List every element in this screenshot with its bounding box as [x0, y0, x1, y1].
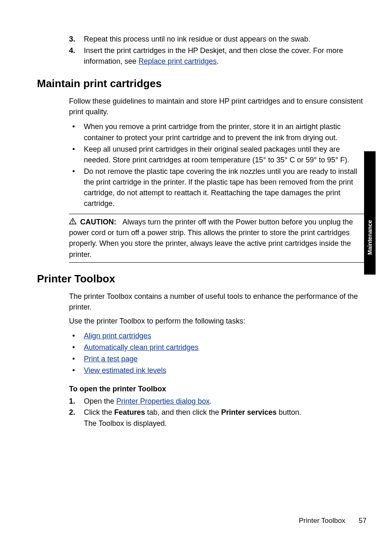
bullet-item: Do not remove the plastic tape covering …: [69, 166, 367, 209]
step-text-part: .: [217, 57, 219, 65]
link-test-page[interactable]: Print a test page: [84, 355, 138, 363]
maintain-bullets: When you remove a print cartridge from t…: [69, 121, 367, 209]
para: Use the printer Toolbox to perform the f…: [69, 316, 367, 326]
step-number: 1.: [69, 396, 75, 407]
step-4: 4. Insert the print cartridges in the HP…: [69, 45, 367, 67]
step-number: 4.: [69, 45, 75, 56]
caution-icon: [69, 217, 76, 227]
step-2: 2. Click the Features tab, and then clic…: [69, 407, 367, 429]
open-toolbox-steps: 1. Open the Printer Properties dialog bo…: [69, 396, 367, 429]
intro-text: Follow these guidelines to maintain and …: [69, 96, 367, 117]
bold-features: Features: [114, 408, 145, 416]
step-text-part: Open the: [84, 397, 116, 405]
step-3: 3. Repeat this process until no ink resi…: [69, 34, 367, 44]
link-ink-levels[interactable]: View estimated ink levels: [84, 366, 166, 374]
continued-steps-list: 3. Repeat this process until no ink resi…: [69, 34, 367, 67]
bold-printer-services: Printer services: [221, 408, 277, 416]
link-printer-properties[interactable]: Printer Properties dialog box: [116, 397, 210, 405]
page-number: 57: [359, 517, 367, 525]
step-result: The Toolbox is displayed.: [84, 418, 367, 429]
heading-maintain-cartridges: Maintain print cartridges: [37, 77, 367, 90]
step-text-part: .: [210, 397, 212, 405]
footer-title: Printer Toolbox: [299, 517, 345, 525]
toolbox-links: Align print cartridges Automatically cle…: [69, 330, 367, 376]
link-clean-cartridges[interactable]: Automatically clean print cartridges: [84, 343, 198, 351]
step-text: Repeat this process until no ink residue…: [84, 35, 310, 43]
subhead-open-toolbox: To open the printer Toolbox: [69, 385, 367, 393]
side-tab-label: Maintenance: [367, 222, 373, 255]
step-number: 3.: [69, 34, 75, 44]
svg-point-1: [72, 223, 73, 224]
heading-printer-toolbox: Printer Toolbox: [37, 273, 367, 285]
step-text-part: Click the: [84, 408, 114, 416]
document-page: 3. Repeat this process until no ink resi…: [0, 0, 392, 446]
step-1: 1. Open the Printer Properties dialog bo…: [69, 396, 367, 407]
para: The printer Toolbox contains a number of…: [69, 291, 367, 312]
step-text-part: tab, and then click the: [145, 408, 221, 416]
step-text-part: button.: [277, 408, 301, 416]
page-footer: Printer Toolbox 57: [299, 517, 367, 525]
list-item: Print a test page: [69, 354, 367, 364]
intro-block: Follow these guidelines to maintain and …: [69, 96, 367, 117]
bullet-item: Keep all unused print cartridges in thei…: [69, 144, 367, 165]
side-tab: Maintenance: [364, 151, 376, 275]
list-item: Align print cartridges: [69, 330, 367, 341]
link-align-cartridges[interactable]: Align print cartridges: [84, 332, 151, 340]
caution-label: CAUTION:: [80, 218, 116, 226]
link-replace-cartridges[interactable]: Replace print cartridges: [138, 57, 217, 65]
toolbox-intro: The printer Toolbox contains a number of…: [69, 291, 367, 326]
caution-box: CAUTION: Always turn the printer off wit…: [69, 214, 367, 262]
list-item: Automatically clean print cartridges: [69, 342, 367, 353]
step-number: 2.: [69, 407, 75, 418]
list-item: View estimated ink levels: [69, 365, 367, 376]
bullet-item: When you remove a print cartridge from t…: [69, 121, 367, 143]
